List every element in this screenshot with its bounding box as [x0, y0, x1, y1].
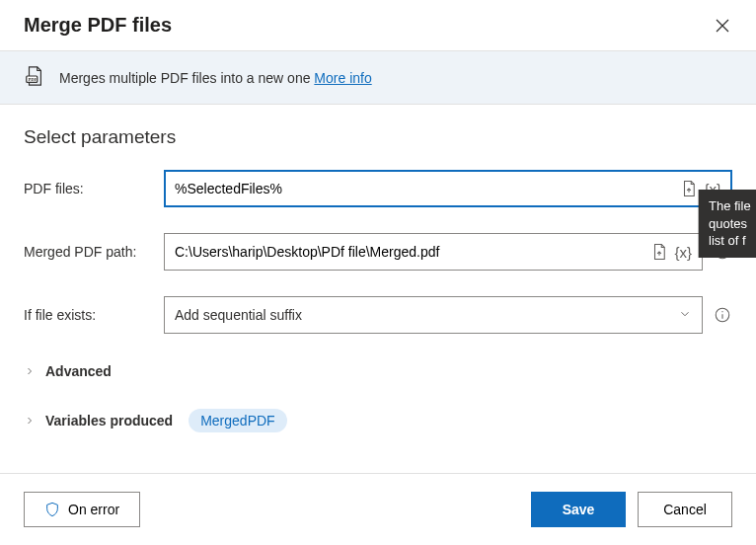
info-icon [714, 306, 731, 324]
expander-advanced[interactable]: Advanced [24, 359, 732, 383]
on-error-button[interactable]: On error [24, 492, 140, 527]
variable-pill[interactable]: MergedPDF [189, 409, 286, 432]
row-merged-path: Merged PDF path: {x} [24, 233, 732, 271]
dialog-content: Select parameters PDF files: {x} Merged … [0, 105, 756, 468]
if-exists-value: Add sequential suffix [175, 307, 302, 323]
banner-text: Merges multiple PDF files into a new one… [59, 70, 372, 86]
cancel-button[interactable]: Cancel [638, 492, 732, 527]
merged-path-input[interactable] [175, 234, 646, 270]
shield-icon [44, 502, 60, 517]
save-button[interactable]: Save [531, 492, 626, 527]
variable-picker-button[interactable]: {x} [700, 181, 725, 197]
on-error-label: On error [68, 502, 119, 517]
dialog-title: Merge PDF files [24, 14, 172, 37]
file-picker-button[interactable] [648, 241, 670, 263]
section-title: Select parameters [24, 126, 732, 148]
chevron-right-icon [24, 415, 38, 427]
close-button[interactable] [713, 16, 732, 36]
input-wrap-pdf-files: {x} [164, 170, 732, 207]
chevron-down-icon [678, 307, 692, 324]
row-pdf-files: PDF files: {x} [24, 170, 732, 207]
pdf-icon: PDF [24, 65, 45, 90]
more-info-link[interactable]: More info [314, 70, 371, 86]
svg-point-4 [721, 248, 722, 249]
close-icon [716, 19, 729, 33]
file-icon [680, 180, 698, 197]
svg-text:PDF: PDF [29, 77, 38, 82]
info-button[interactable] [713, 242, 732, 262]
expander-variables[interactable]: Variables produced MergedPDF [24, 405, 732, 436]
expander-variables-label: Variables produced [45, 413, 173, 428]
info-banner: PDF Merges multiple PDF files into a new… [0, 51, 756, 105]
label-pdf-files: PDF files: [24, 181, 152, 196]
expander-advanced-label: Advanced [45, 363, 112, 379]
info-icon [714, 243, 731, 261]
pdf-files-input[interactable] [175, 172, 676, 205]
banner-description: Merges multiple PDF files into a new one [59, 70, 314, 86]
dialog-header: Merge PDF files [0, 0, 756, 51]
if-exists-select[interactable]: Add sequential suffix [164, 296, 703, 334]
file-icon [650, 243, 668, 261]
row-if-exists: If file exists: Add sequential suffix [24, 296, 732, 334]
info-button[interactable] [713, 305, 732, 325]
svg-point-7 [721, 311, 722, 312]
label-if-exists: If file exists: [24, 307, 152, 323]
chevron-right-icon [24, 365, 38, 377]
variable-picker-button[interactable]: {x} [670, 244, 696, 261]
file-picker-button[interactable] [678, 178, 700, 199]
input-wrap-merged-path: {x} [164, 233, 703, 271]
label-merged-path: Merged PDF path: [24, 244, 152, 260]
dialog-footer: On error Save Cancel [0, 473, 756, 545]
